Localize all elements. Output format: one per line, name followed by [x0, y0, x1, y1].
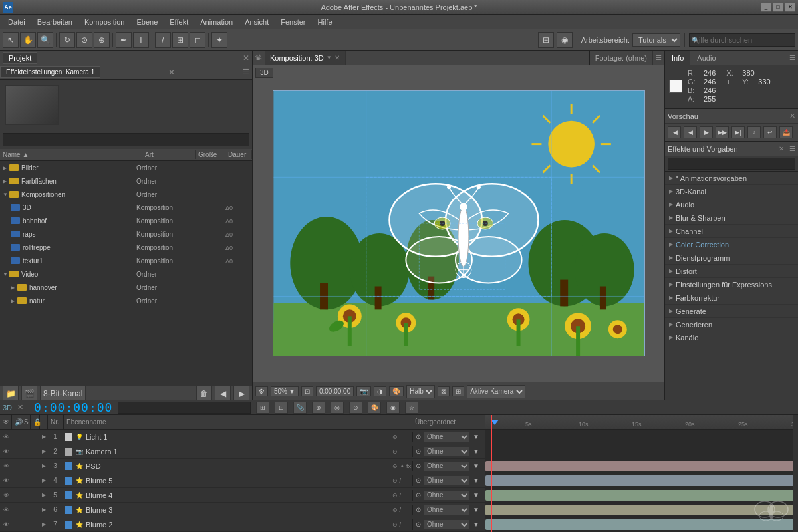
- layer-vis-btn[interactable]: 👁: [0, 492, 12, 499]
- layer-expand-arrow[interactable]: ▶: [40, 434, 48, 440]
- effekte-item-kanale[interactable]: ▶ Kanäle: [665, 331, 798, 344]
- snapshot-btn[interactable]: 📷: [356, 386, 371, 396]
- effekt-close[interactable]: ✕: [168, 68, 175, 77]
- comp-dropdown-icon[interactable]: ▼: [327, 55, 332, 61]
- prev-export-btn[interactable]: 📤: [779, 126, 793, 138]
- tab-projekt[interactable]: Projekt: [3, 52, 37, 64]
- list-item[interactable]: raps Komposition Δ0: [0, 227, 252, 241]
- new-folder-btn[interactable]: 📁: [3, 386, 19, 402]
- guides-btn[interactable]: ⊞: [452, 386, 464, 396]
- effekte-menu[interactable]: ☰: [787, 145, 798, 152]
- effekte-item-dienstprogramm[interactable]: ▶ Dienstprogramm: [665, 251, 798, 265]
- tab-composition[interactable]: Komposition: 3D ▼ ✕: [265, 51, 346, 65]
- effekte-item-generate[interactable]: ▶ Generate: [665, 305, 798, 318]
- layer-vis-btn[interactable]: 👁: [0, 463, 12, 469]
- panel-menu-icon[interactable]: ☰: [243, 68, 252, 76]
- color-mode-btn[interactable]: 🎨: [389, 386, 404, 396]
- effekte-search-input[interactable]: [668, 158, 795, 170]
- close-button[interactable]: ✕: [785, 3, 795, 12]
- parent-select[interactable]: Ohne: [424, 505, 470, 515]
- effekte-close[interactable]: ✕: [776, 145, 787, 152]
- layer-row-blume5[interactable]: 👁 ▶ 4 ⭐ Blume 5 ⊙ / ⊙: [0, 473, 485, 488]
- tl-btn-9[interactable]: ☆: [405, 402, 418, 414]
- composition-view[interactable]: 3D: [253, 65, 664, 382]
- maximize-button[interactable]: □: [773, 3, 783, 12]
- list-item[interactable]: 3D Komposition Δ0: [0, 201, 252, 214]
- tl-btn-2[interactable]: ⊡: [275, 402, 288, 414]
- col-art[interactable]: Art: [142, 150, 196, 159]
- camera-select[interactable]: Aktive Kamera: [467, 385, 525, 398]
- tool-brush[interactable]: /: [155, 32, 171, 48]
- tool-extra-1[interactable]: ⊟: [538, 32, 554, 48]
- list-item[interactable]: ▶ Farbflächen Ordner: [0, 174, 252, 188]
- timeline-resize-handle[interactable]: [793, 415, 798, 532]
- prev-back-btn[interactable]: ◀: [684, 126, 697, 138]
- effekte-item-3dkanal[interactable]: ▶ 3D-Kanal: [665, 185, 798, 198]
- col-dauer[interactable]: Dauer: [225, 150, 252, 159]
- effekte-item-audio[interactable]: ▶ Audio: [665, 198, 798, 211]
- new-comp-btn[interactable]: 🎬: [21, 386, 37, 402]
- frame-rate-btn[interactable]: ⊡: [301, 386, 313, 396]
- col-name[interactable]: Name ▲: [0, 150, 142, 159]
- project-search-input[interactable]: [3, 133, 249, 146]
- scroll-right-btn[interactable]: ▶: [233, 386, 249, 402]
- prev-loop-btn[interactable]: ↩: [763, 126, 777, 138]
- tool-camera[interactable]: ⊙: [76, 32, 92, 48]
- effekte-item-generieren[interactable]: ▶ Generieren: [665, 318, 798, 331]
- timeline-search-input[interactable]: [118, 402, 251, 414]
- menu-effekt[interactable]: Effekt: [164, 17, 194, 27]
- list-item[interactable]: ▶ natur Ordner: [0, 294, 252, 307]
- timecode-btn[interactable]: 0:00:00:00: [316, 386, 354, 396]
- list-item[interactable]: ▶ hannover Ordner: [0, 281, 252, 294]
- menu-ebene[interactable]: Ebene: [131, 17, 163, 27]
- prev-first-btn[interactable]: |◀: [668, 126, 681, 138]
- effekte-item-distort[interactable]: ▶ Distort: [665, 265, 798, 278]
- prev-last-btn[interactable]: ▶|: [732, 126, 745, 138]
- effekte-item-animationsvorgaben[interactable]: ▶ * Animationsvorgaben: [665, 172, 798, 185]
- timeline-close-icon[interactable]: ✕: [17, 403, 23, 412]
- layer-vis-btn[interactable]: 👁: [0, 477, 12, 484]
- timeline-timecode[interactable]: 0:00:00:00: [34, 400, 112, 414]
- projekt-close[interactable]: ✕: [243, 53, 249, 63]
- layer-expand-arrow[interactable]: ▶: [40, 477, 48, 483]
- layer-expand-arrow[interactable]: ▶: [40, 507, 48, 513]
- layer-vis-btn[interactable]: 👁: [0, 507, 12, 513]
- prev-play-btn[interactable]: ▶: [700, 126, 713, 138]
- tab-effekteinstellungen[interactable]: Effekteinstellungen: Kamera 1: [0, 66, 100, 78]
- tool-hand[interactable]: ✋: [20, 32, 36, 48]
- menu-fenster[interactable]: Fenster: [275, 17, 311, 27]
- menu-komposition[interactable]: Komposition: [79, 17, 130, 27]
- tool-extra-2[interactable]: ◉: [557, 32, 573, 48]
- tl-btn-3[interactable]: 📎: [293, 402, 307, 414]
- layer-row-blume4[interactable]: 👁 ▶ 5 ⭐ Blume 4 ⊙ / ⊙: [0, 488, 485, 503]
- vorschau-close[interactable]: ✕: [789, 112, 795, 120]
- parent-select[interactable]: Ohne: [424, 519, 470, 530]
- parent-select[interactable]: Ohne: [424, 432, 470, 442]
- parent-select[interactable]: Ohne: [424, 475, 470, 486]
- effekte-item-expressions[interactable]: ▶ Einstellungen für Expressions: [665, 278, 798, 291]
- tool-rotate[interactable]: ↻: [59, 32, 75, 48]
- window-controls[interactable]: _ □ ✕: [761, 3, 795, 12]
- effekte-item-color-correction[interactable]: ▶ Color Correction: [665, 238, 798, 251]
- zoom-btn[interactable]: 50%▼: [271, 386, 299, 396]
- timeline-tab-label[interactable]: 3D: [3, 404, 12, 412]
- bit-depth-btn[interactable]: 8-Bit-Kanal: [40, 386, 86, 402]
- tl-btn-5[interactable]: ◎: [331, 402, 344, 414]
- list-item[interactable]: bahnhof Komposition Δ0: [0, 214, 252, 227]
- list-item[interactable]: rolltreppe Komposition Δ0: [0, 241, 252, 254]
- tab-footage[interactable]: Footage: (ohne): [590, 51, 653, 65]
- alpha-btn[interactable]: ◑: [374, 386, 386, 396]
- layer-row-blume3[interactable]: 👁 ▶ 6 ⭐ Blume 3 ⊙ / ⊙: [0, 503, 485, 517]
- tool-text[interactable]: T: [133, 32, 149, 48]
- track-bar[interactable]: [485, 475, 798, 486]
- layer-row-psd[interactable]: 👁 ▶ 3 ⭐ PSD ⊙ ✦ fx ⊙ O: [0, 459, 485, 473]
- tab-info[interactable]: Info: [665, 51, 690, 65]
- btn-3d[interactable]: 3D: [255, 68, 273, 78]
- tool-puppet[interactable]: ✦: [211, 32, 227, 48]
- workspace-select[interactable]: Tutorials: [632, 33, 680, 47]
- layer-expand-arrow[interactable]: ▶: [40, 521, 48, 527]
- menu-hilfe[interactable]: Hilfe: [313, 17, 338, 27]
- layer-row-blume2[interactable]: 👁 ▶ 7 ⭐ Blume 2 ⊙ / ⊙: [0, 517, 485, 532]
- minimize-button[interactable]: _: [761, 3, 771, 12]
- menu-datei[interactable]: Datei: [3, 17, 31, 27]
